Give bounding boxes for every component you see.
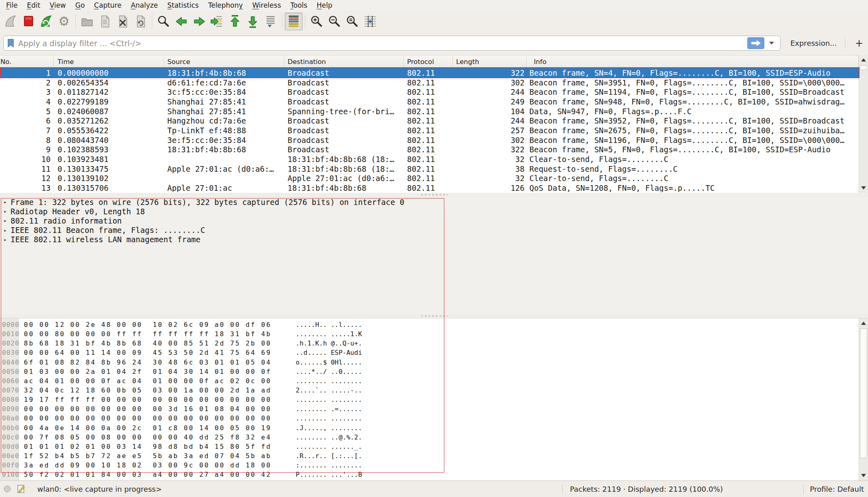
save-capture-file-button[interactable] xyxy=(96,13,114,30)
hex-row[interactable]: 001000 00 80 00 00 00 ff ff ff ff ff ff … xyxy=(0,329,859,339)
packet-row[interactable]: 10.00000000018:31:bf:4b:8b:68Broadcast80… xyxy=(0,68,859,78)
packet-bytes-scrollbar[interactable] xyxy=(859,318,868,480)
detail-tree-row[interactable]: ▸802.11 radio information xyxy=(0,216,868,225)
menu-help[interactable]: Help xyxy=(313,1,336,10)
hex-row[interactable]: 005001 03 00 00 2a 01 04 2f 01 04 30 14 … xyxy=(0,367,859,376)
hex-row[interactable]: 009000 00 00 00 00 00 00 00 00 3d 16 01 … xyxy=(0,404,859,414)
pane-splitter-bottom[interactable] xyxy=(0,314,868,318)
menu-statistics[interactable]: Statistics xyxy=(164,1,203,10)
stop-capture-button[interactable] xyxy=(19,13,37,30)
packet-list-scrollbar[interactable] xyxy=(859,55,868,193)
detail-tree-row[interactable]: ▸Frame 1: 322 bytes on wire (2576 bits),… xyxy=(0,197,868,207)
column-header-info[interactable]: Info xyxy=(527,55,859,68)
packet-row[interactable]: 100.10392348118:31:bf:4b:8b:68 (18:…802.… xyxy=(0,154,859,164)
expert-info-icon[interactable] xyxy=(17,484,26,494)
packet-cell-info: Beacon frame, SN=5, FN=0, Flags=........… xyxy=(527,145,859,154)
expand-arrow-icon[interactable]: ▸ xyxy=(4,199,11,205)
hex-row[interactable]: 003000 00 64 00 11 14 00 09 45 53 50 2d … xyxy=(0,348,859,357)
find-packet-button[interactable] xyxy=(155,13,173,30)
expand-arrow-icon[interactable]: ▸ xyxy=(4,218,11,224)
display-filter-input[interactable]: Apply a display filter ... <Ctrl-/> xyxy=(3,36,781,51)
hex-row[interactable]: 0060ac 04 01 00 00 0f ac 04 01 00 00 0f … xyxy=(0,376,859,386)
go-last-packet-button[interactable] xyxy=(244,13,262,30)
zoom-100-button[interactable] xyxy=(343,13,361,30)
column-header-time[interactable]: Time xyxy=(53,55,164,68)
menu-telephony[interactable]: Telephony xyxy=(205,1,247,10)
go-forward-button[interactable] xyxy=(190,13,208,30)
menu-file[interactable]: File xyxy=(2,1,21,10)
hex-row[interactable]: 00c000 7f 08 05 00 08 00 00 00 00 40 dd … xyxy=(0,433,859,442)
scroll-up-icon[interactable] xyxy=(859,55,868,64)
colorize-toggle-button[interactable] xyxy=(285,13,303,30)
packet-row[interactable]: 40.022799189Shanghai_27:85:41Broadcast80… xyxy=(0,97,859,107)
detail-tree-row[interactable]: ▸IEEE 802.11 wireless LAN management fra… xyxy=(0,235,868,244)
menu-edit[interactable]: Edit xyxy=(23,1,44,10)
apply-filter-button[interactable] xyxy=(747,37,764,49)
hex-row[interactable]: 00b000 4a 0e 14 00 0a 00 2c 01 c8 00 14 … xyxy=(0,423,859,433)
column-header-destination[interactable]: Destination xyxy=(284,55,404,68)
menu-view[interactable]: View xyxy=(46,1,69,10)
packet-row[interactable]: 70.055536422Tp-LinkT_ef:48:88Broadcast80… xyxy=(0,126,859,135)
packet-row[interactable]: 120.130139102Apple_27:01:ac (d0:a6:…802.… xyxy=(0,174,859,183)
expression-button[interactable]: Expression... xyxy=(790,39,837,47)
pane-splitter-top[interactable] xyxy=(0,193,868,197)
zoom-out-button[interactable] xyxy=(326,13,343,30)
capture-options-button[interactable]: ⚙ xyxy=(55,13,73,30)
hex-row[interactable]: 007032 04 0c 12 18 60 0b 05 03 00 1a 00 … xyxy=(0,386,859,395)
column-header-no[interactable]: No. xyxy=(0,55,53,68)
hex-row[interactable]: 00a000 00 00 00 00 00 00 00 00 00 00 00 … xyxy=(0,414,859,423)
column-header-protocol[interactable]: Protocol xyxy=(404,55,453,68)
packet-row[interactable]: 90.10238859318:31:bf:4b:8b:68Broadcast80… xyxy=(0,145,859,155)
expand-arrow-icon[interactable]: ▸ xyxy=(4,208,11,214)
packet-row[interactable]: 20.002654354d6:61:fe:cd:7a:6eBroadcast80… xyxy=(0,78,859,87)
hex-row[interactable]: 00d001 01 01 02 01 00 03 14 98 d8 bd b4 … xyxy=(0,442,859,451)
menu-analyze[interactable]: Analyze xyxy=(127,1,162,10)
packet-row[interactable]: 50.024060087Shanghai_27:85:41Spanning-tr… xyxy=(0,107,859,116)
go-first-packet-button[interactable] xyxy=(226,13,244,30)
resize-columns-button[interactable] xyxy=(361,13,379,30)
scroll-down-icon[interactable] xyxy=(859,471,868,480)
packet-row[interactable]: 60.035271262Hangzhou_cd:7a:6eBroadcast80… xyxy=(0,116,859,126)
hex-row[interactable]: 00208b 68 18 31 bf 4b 8b 68 40 00 85 51 … xyxy=(0,339,859,348)
profile-indicator[interactable]: Profile: Default xyxy=(810,485,864,493)
close-capture-file-button[interactable] xyxy=(114,13,132,30)
packet-cell-protocol: 802.11 xyxy=(404,107,453,116)
packet-cell-source: 18:31:bf:4b:8b:68 xyxy=(164,68,284,77)
expand-arrow-icon[interactable]: ▸ xyxy=(4,237,11,243)
capture-status-icon[interactable] xyxy=(4,486,11,492)
hex-row[interactable]: 008019 17 ff ff ff 00 00 00 00 00 00 00 … xyxy=(0,395,859,404)
open-capture-file-button[interactable] xyxy=(78,13,96,30)
packet-row[interactable]: 110.130133475Apple_27:01:ac (d0:a6:…18:3… xyxy=(0,164,859,174)
filter-dropdown-caret[interactable] xyxy=(769,42,774,45)
menu-tools[interactable]: Tools xyxy=(287,1,311,10)
add-filter-button[interactable]: + xyxy=(853,38,865,49)
reload-capture-file-button[interactable] xyxy=(132,13,149,30)
restart-capture-button[interactable] xyxy=(37,13,55,30)
menu-go[interactable]: Go xyxy=(72,1,89,10)
packet-row[interactable]: 80.0804437403e:f5:cc:0e:35:84Broadcast80… xyxy=(0,135,859,145)
detail-tree-row[interactable]: ▸IEEE 802.11 Beacon frame, Flags: ......… xyxy=(0,226,868,235)
column-header-source[interactable]: Source xyxy=(164,55,284,68)
expand-arrow-icon[interactable]: ▸ xyxy=(4,227,11,233)
hex-row[interactable]: 00e01f 52 b4 b5 b7 72 ae e5 5b ab 3a ed … xyxy=(0,451,859,461)
packet-row[interactable]: 130.130315706Apple_27:01:ac18:31:bf:4b:8… xyxy=(0,183,859,192)
column-header-length[interactable]: Length xyxy=(453,55,527,68)
go-back-button[interactable] xyxy=(173,13,190,30)
scroll-down-icon[interactable] xyxy=(859,183,868,192)
hex-row[interactable]: 00406f 01 08 82 84 8b 96 24 30 48 6c 03 … xyxy=(0,358,859,367)
packet-row[interactable]: 30.0118271423c:f5:cc:0e:35:84Broadcast80… xyxy=(0,87,859,97)
menu-capture[interactable]: Capture xyxy=(90,1,125,10)
start-capture-button[interactable] xyxy=(2,13,19,30)
menu-wireless[interactable]: Wireless xyxy=(249,1,285,10)
hex-row[interactable]: 010050 f2 02 01 01 84 00 03 a4 00 00 27 … xyxy=(0,470,859,479)
detail-tree-row[interactable]: ▸Radiotap Header v0, Length 18 xyxy=(0,207,868,216)
scrollbar-thumb[interactable] xyxy=(860,328,867,458)
hex-row[interactable]: 00f03a ed dd 09 00 10 18 02 03 00 9c 00 … xyxy=(0,461,859,470)
go-to-packet-button[interactable] xyxy=(208,13,226,30)
hex-row[interactable]: 000000 00 12 00 2e 48 00 00 10 02 6c 09 … xyxy=(0,320,859,329)
scroll-up-icon[interactable] xyxy=(859,319,868,328)
scrollbar-thumb[interactable] xyxy=(860,65,867,70)
filter-bookmark-icon[interactable] xyxy=(7,38,15,48)
zoom-in-button[interactable] xyxy=(308,13,326,30)
auto-scroll-toggle-button[interactable] xyxy=(262,13,279,30)
